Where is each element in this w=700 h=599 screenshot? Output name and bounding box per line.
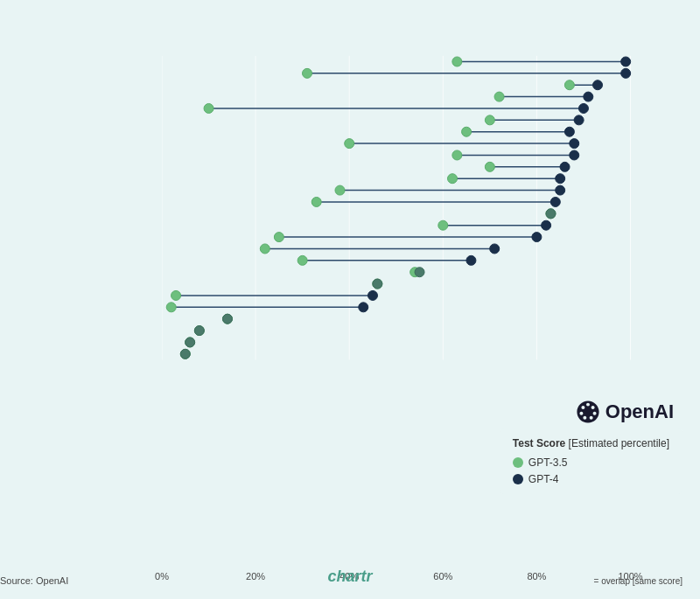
svg-point-11 [621, 68, 631, 78]
legend-title: Test Score [Estimated percentile] [513, 437, 669, 449]
svg-point-70 [222, 314, 232, 324]
overlap-note: = overlap [same score] [594, 576, 682, 586]
x-label-80: 80% [527, 571, 546, 582]
svg-point-7 [452, 57, 462, 66]
svg-point-10 [303, 68, 312, 78]
svg-point-8 [621, 57, 631, 66]
legend-dot-gpt35 [513, 457, 523, 468]
svg-point-60 [415, 268, 424, 277]
legend-label-gpt35: GPT-3.5 [528, 456, 568, 469]
svg-point-13 [564, 80, 574, 90]
svg-point-37 [448, 174, 458, 184]
svg-point-44 [550, 197, 560, 206]
svg-point-32 [570, 150, 579, 160]
svg-point-74 [186, 338, 195, 347]
svg-point-57 [298, 255, 307, 265]
svg-point-43 [312, 197, 321, 206]
svg-point-76 [180, 349, 190, 359]
svg-point-51 [274, 233, 284, 242]
svg-point-31 [452, 150, 462, 160]
svg-point-28 [345, 139, 354, 149]
svg-point-20 [578, 103, 588, 113]
legend-label-gpt4: GPT-4 [528, 473, 559, 485]
svg-point-16 [494, 92, 504, 101]
legend-gpt35: GPT-3.5 [513, 456, 669, 469]
svg-point-17 [584, 92, 593, 101]
svg-point-62 [373, 279, 382, 289]
chart-container: GRE VerbalUSABO Semifinal 2020SAT EBRWAP… [0, 0, 700, 599]
svg-point-49 [542, 220, 551, 230]
x-label-60: 60% [433, 571, 452, 582]
x-label-20: 20% [246, 571, 265, 582]
svg-point-46 [546, 209, 556, 219]
svg-point-34 [485, 162, 494, 171]
svg-point-64 [172, 290, 181, 300]
svg-point-65 [368, 290, 377, 300]
svg-point-22 [485, 115, 494, 125]
svg-point-68 [359, 303, 368, 312]
legend-box: Test Score [Estimated percentile] GPT-3.… [500, 428, 682, 494]
svg-point-67 [166, 303, 176, 312]
svg-point-58 [466, 255, 476, 265]
openai-icon [576, 400, 600, 424]
svg-point-54 [260, 244, 270, 254]
svg-point-72 [194, 326, 204, 336]
svg-point-52 [532, 233, 542, 242]
openai-label: OpenAI [606, 400, 674, 423]
openai-logo: OpenAI [576, 400, 674, 424]
svg-point-23 [574, 115, 584, 125]
svg-point-19 [204, 103, 214, 113]
legend-dot-gpt4 [513, 474, 523, 484]
svg-point-29 [570, 139, 579, 149]
svg-point-38 [556, 174, 565, 184]
svg-point-55 [490, 244, 500, 254]
svg-point-41 [556, 185, 565, 195]
svg-point-25 [462, 127, 472, 136]
source-text: Source: OpenAI [0, 575, 68, 586]
svg-point-40 [335, 185, 345, 195]
chartr-brand: chartr [327, 568, 372, 586]
x-label-0: 0% [155, 571, 169, 582]
svg-point-35 [560, 162, 570, 171]
svg-point-48 [438, 220, 448, 230]
legend-gpt4: GPT-4 [513, 473, 669, 485]
svg-point-26 [564, 127, 574, 136]
svg-point-14 [593, 80, 603, 90]
